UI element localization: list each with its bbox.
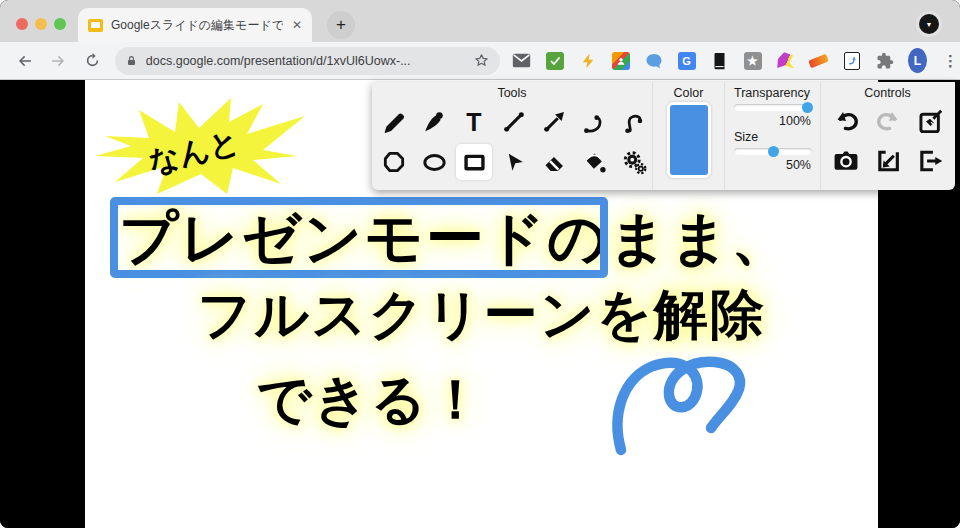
chat-bubble-icon[interactable]: [644, 51, 663, 70]
screenshot-camera-button[interactable]: [827, 144, 865, 178]
zoom-window-button[interactable]: [54, 18, 66, 30]
contacts-extension-icon[interactable]: [611, 51, 630, 70]
clear-canvas-button[interactable]: [911, 105, 949, 139]
address-bar[interactable]: docs.google.com/presentation/d/1xvUl6Uow…: [115, 47, 500, 75]
forward-arrow-icon: [49, 52, 67, 70]
new-tab-button[interactable]: +: [327, 11, 355, 39]
text-tool-glyph: T: [466, 110, 481, 135]
annotation-scribble[interactable]: [603, 352, 755, 460]
back-arrow-icon: [16, 52, 34, 70]
reload-icon: [84, 52, 101, 69]
color-section: Color: [652, 82, 724, 190]
reload-button[interactable]: [77, 46, 107, 76]
eraser-tool-button[interactable]: [536, 144, 572, 180]
lock-icon: [125, 54, 138, 68]
minimize-window-button[interactable]: [35, 18, 47, 30]
annotation-rectangle[interactable]: [110, 197, 608, 278]
minimize-toolbar-button[interactable]: [869, 144, 907, 178]
transparency-slider-thumb[interactable]: [802, 102, 813, 113]
url-text: docs.google.com/presentation/d/1xvUl6Uow…: [146, 54, 473, 68]
back-button[interactable]: [10, 46, 40, 76]
mail-icon[interactable]: [512, 51, 531, 70]
lightning-icon[interactable]: [578, 51, 597, 70]
undo-button[interactable]: [827, 105, 865, 139]
chevron-down-icon: ▼: [919, 14, 939, 34]
checkmark-extension-icon[interactable]: [545, 51, 564, 70]
tab-close-icon[interactable]: ✕: [292, 18, 302, 32]
tools-section: Tools T: [372, 82, 652, 190]
size-value: 50%: [734, 158, 811, 172]
text-tool-button[interactable]: T: [456, 104, 492, 140]
scurve-tool-button[interactable]: [616, 104, 652, 140]
select-tool-button[interactable]: [496, 144, 532, 180]
transparency-value: 100%: [734, 114, 811, 128]
paint-splash-extension-icon[interactable]: [776, 51, 795, 70]
controls-header: Controls: [821, 86, 954, 100]
controls-section: Controls: [820, 82, 954, 190]
transparency-label: Transparency: [734, 86, 811, 100]
browser-window: Googleスライドの編集モードで ✕ + ▼ docs.google.com/…: [0, 0, 960, 528]
extensions-puzzle-icon[interactable]: [875, 51, 894, 70]
fill-tool-button[interactable]: [576, 144, 612, 180]
tab-arrow-extension-icon[interactable]: [842, 51, 861, 70]
book-icon[interactable]: [710, 51, 729, 70]
exit-button[interactable]: [911, 144, 949, 178]
tools-header: Tools: [372, 86, 652, 100]
forward-button[interactable]: [44, 46, 74, 76]
line-tool-button[interactable]: [496, 104, 532, 140]
page-content: なんと プレゼンモードのまま、 フルスクリーンを解除 できる！ Tools: [0, 80, 960, 528]
size-slider[interactable]: [734, 148, 812, 155]
settings-tool-button[interactable]: [616, 144, 652, 180]
tab-strip: Googleスライドの編集モードで ✕ + ▼: [0, 0, 960, 42]
rectangle-tool-button[interactable]: [456, 144, 492, 180]
redo-button[interactable]: [869, 105, 907, 139]
close-window-button[interactable]: [16, 18, 28, 30]
annotation-toolbar: Tools T: [372, 82, 955, 190]
size-label: Size: [734, 130, 811, 144]
browser-menu-button[interactable]: ⋮: [941, 51, 960, 70]
highlighter-pen-icon[interactable]: [809, 51, 828, 70]
starburst-shape: なんと: [91, 96, 311, 198]
arrow-tool-button[interactable]: [536, 104, 572, 140]
profile-avatar[interactable]: L: [908, 51, 927, 70]
ellipse-tool-button[interactable]: [416, 144, 452, 180]
size-slider-thumb[interactable]: [768, 146, 779, 157]
curve-tool-button[interactable]: [576, 104, 612, 140]
extensions-row: G ★ L: [512, 51, 960, 70]
slides-favicon-icon: [88, 19, 103, 32]
color-swatch[interactable]: [667, 102, 711, 178]
browser-toolbar: docs.google.com/presentation/d/1xvUl6Uow…: [0, 42, 960, 80]
bookmark-star-icon[interactable]: [473, 52, 490, 69]
polygon-tool-button[interactable]: [376, 144, 412, 180]
color-header: Color: [653, 86, 724, 100]
star-box-extension-icon[interactable]: ★: [743, 51, 762, 70]
slide-text-line2: フルスクリーンを解除: [85, 283, 878, 345]
pen-tool-button[interactable]: [416, 104, 452, 140]
tab-title: Googleスライドの編集モードで: [111, 17, 283, 34]
slide-text-line3: できる！: [85, 368, 656, 430]
browser-tab[interactable]: Googleスライドの編集モードで ✕: [78, 8, 312, 42]
pencil-tool-button[interactable]: [376, 104, 412, 140]
transparency-slider[interactable]: [734, 104, 812, 111]
tab-overview-button[interactable]: ▼: [916, 11, 942, 37]
sliders-section: Transparency 100% Size 50%: [724, 82, 820, 190]
google-g-extension-icon[interactable]: G: [677, 51, 696, 70]
